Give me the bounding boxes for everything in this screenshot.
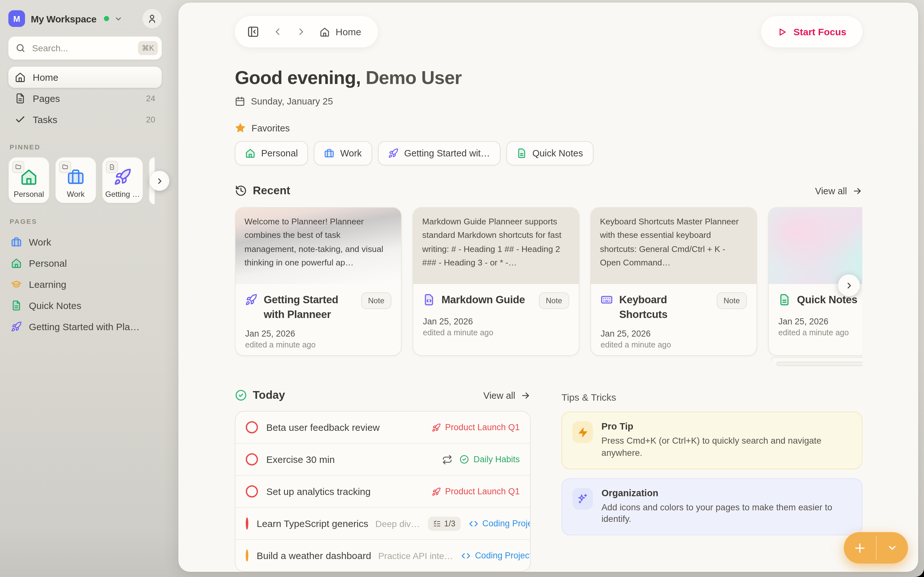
workspace-logo[interactable]: M bbox=[8, 10, 25, 27]
favorite-chip-quick-notes[interactable]: Quick Notes bbox=[506, 141, 593, 166]
sidebar-item-home[interactable]: Home bbox=[8, 67, 162, 88]
navigation-pill: Home bbox=[235, 16, 378, 47]
task-checkbox[interactable] bbox=[246, 486, 258, 498]
chip-label: Getting Started wit… bbox=[404, 148, 490, 159]
task-project[interactable]: Coding Projects bbox=[469, 519, 531, 529]
pinned-card-getting-started[interactable]: Getting … bbox=[102, 157, 143, 203]
back-icon[interactable] bbox=[272, 26, 283, 37]
graduation-cap-icon bbox=[11, 279, 22, 290]
pages-count: 24 bbox=[146, 93, 155, 103]
recent-scroll-right-button[interactable] bbox=[838, 275, 860, 297]
start-focus-button[interactable]: Start Focus bbox=[761, 16, 863, 47]
task-project[interactable]: Product Launch Q1 bbox=[431, 487, 520, 496]
task-checkbox[interactable] bbox=[246, 422, 258, 434]
search-input[interactable] bbox=[31, 42, 138, 54]
person-icon bbox=[147, 13, 157, 24]
task-checkbox[interactable] bbox=[246, 454, 258, 466]
chevron-right-icon bbox=[844, 281, 854, 290]
project-label: Coding Projects bbox=[475, 551, 531, 561]
online-status-dot bbox=[104, 16, 110, 21]
add-button[interactable] bbox=[844, 532, 876, 564]
task-row[interactable]: Exercise 30 min Daily Habits bbox=[236, 443, 530, 475]
code-icon bbox=[461, 551, 470, 560]
task-title: Learn TypeScript generics bbox=[257, 518, 368, 529]
pinned-cards: Personal Work Getting … bbox=[8, 157, 162, 205]
today-header: Today View all bbox=[235, 389, 531, 402]
briefcase-icon bbox=[324, 148, 334, 159]
favorite-chip-personal[interactable]: Personal bbox=[235, 141, 308, 166]
task-checkbox[interactable] bbox=[246, 550, 248, 562]
card-edited: edited a minute ago bbox=[779, 329, 863, 338]
project-label: Product Launch Q1 bbox=[445, 487, 520, 496]
forward-icon[interactable] bbox=[296, 26, 307, 37]
task-checkbox[interactable] bbox=[246, 518, 248, 530]
recent-card-getting-started[interactable]: Welcome to Planneer! Planneer combines t… bbox=[235, 207, 402, 356]
task-row[interactable]: Build a weather dashboard Practice API i… bbox=[236, 540, 530, 572]
task-project[interactable]: Product Launch Q1 bbox=[431, 423, 520, 432]
page-label: Quick Notes bbox=[29, 300, 81, 311]
pinned-section-label: PINNED bbox=[10, 143, 162, 151]
play-icon bbox=[777, 27, 788, 37]
card-preview-image: Welcome to Planneer! Planneer combines t… bbox=[236, 208, 401, 284]
search-bar[interactable]: ⌘K bbox=[8, 37, 162, 60]
sidebar-page-personal[interactable]: Personal bbox=[8, 253, 162, 274]
card-title: Keyboard Shortcuts bbox=[619, 293, 710, 321]
sidebar-page-quick-notes[interactable]: Quick Notes bbox=[8, 295, 162, 316]
task-project[interactable]: Daily Habits bbox=[442, 455, 520, 465]
sidebar-item-pages[interactable]: Pages 24 bbox=[8, 88, 162, 109]
pinned-card-label: Getting … bbox=[105, 190, 140, 199]
rocket-icon bbox=[11, 321, 22, 332]
sidebar-item-tasks[interactable]: Tasks 20 bbox=[8, 109, 162, 130]
note-icon bbox=[106, 161, 118, 173]
search-icon bbox=[15, 43, 26, 53]
recent-card-markdown-guide[interactable]: Markdown Guide Planneer supports standar… bbox=[413, 207, 580, 356]
task-title: Beta user feedback review bbox=[266, 422, 380, 433]
breadcrumb-label: Home bbox=[336, 26, 361, 37]
file-text-icon bbox=[516, 148, 527, 159]
chevron-down-icon bbox=[887, 542, 898, 553]
pinned-card-personal[interactable]: Personal bbox=[8, 157, 49, 203]
card-date: Jan 25, 2026 bbox=[245, 329, 391, 338]
pinned-card-work[interactable]: Work bbox=[55, 157, 96, 203]
today-view-all[interactable]: View all bbox=[483, 390, 531, 401]
chip-label: Quick Notes bbox=[532, 148, 583, 159]
task-row[interactable]: Learn TypeScript generics Deep div… 1/3 … bbox=[236, 508, 530, 540]
sidebar-page-getting-started[interactable]: Getting Started with Pla… bbox=[8, 316, 162, 337]
checklist-icon bbox=[433, 520, 441, 528]
home-icon bbox=[245, 148, 255, 159]
file-code-icon bbox=[423, 294, 435, 306]
page-label: Getting Started with Pla… bbox=[29, 321, 140, 332]
repeat-icon bbox=[442, 455, 452, 465]
breadcrumb[interactable]: Home bbox=[320, 26, 361, 37]
workspace-name[interactable]: My Workspace bbox=[31, 13, 97, 24]
file-text-icon bbox=[779, 294, 790, 306]
sparkles-icon bbox=[572, 488, 593, 509]
recent-view-all[interactable]: View all bbox=[815, 186, 863, 196]
task-row[interactable]: Set up analytics tracking Product Launch… bbox=[236, 475, 530, 508]
recent-card-keyboard-shortcuts[interactable]: Keyboard Shortcuts Master Planneer with … bbox=[590, 207, 757, 356]
card-title: Markdown Guide bbox=[441, 293, 532, 307]
project-label: Coding Projects bbox=[482, 519, 531, 529]
create-options-button[interactable] bbox=[876, 532, 908, 564]
document-icon bbox=[15, 93, 26, 104]
task-subtitle: Deep div… bbox=[375, 519, 420, 529]
task-row[interactable]: Beta user feedback review Product Launch… bbox=[236, 412, 530, 443]
arrow-right-icon bbox=[520, 390, 531, 401]
home-icon bbox=[11, 258, 22, 269]
sidebar-page-work[interactable]: Work bbox=[8, 231, 162, 253]
card-date: Jan 25, 2026 bbox=[779, 317, 863, 327]
planneer-app: M My Workspace ⌘K Home Pages 24 bbox=[0, 0, 924, 577]
tips-header: Tips & Tricks bbox=[561, 392, 863, 403]
pinned-scroll-right-button[interactable] bbox=[150, 171, 170, 191]
rocket-icon bbox=[388, 148, 399, 159]
sidebar-page-learning[interactable]: Learning bbox=[8, 274, 162, 295]
favorite-chip-getting-started[interactable]: Getting Started wit… bbox=[378, 141, 501, 166]
card-stack-layer bbox=[771, 358, 863, 362]
favorites-header: Favorites bbox=[235, 123, 863, 134]
task-project[interactable]: Coding Projects bbox=[461, 551, 531, 561]
card-date: Jan 25, 2026 bbox=[423, 317, 569, 327]
favorite-chip-work[interactable]: Work bbox=[314, 141, 372, 166]
user-avatar[interactable] bbox=[142, 9, 162, 28]
collapse-sidebar-icon[interactable] bbox=[247, 26, 259, 38]
workspace-chevron-down-icon[interactable] bbox=[115, 15, 123, 23]
